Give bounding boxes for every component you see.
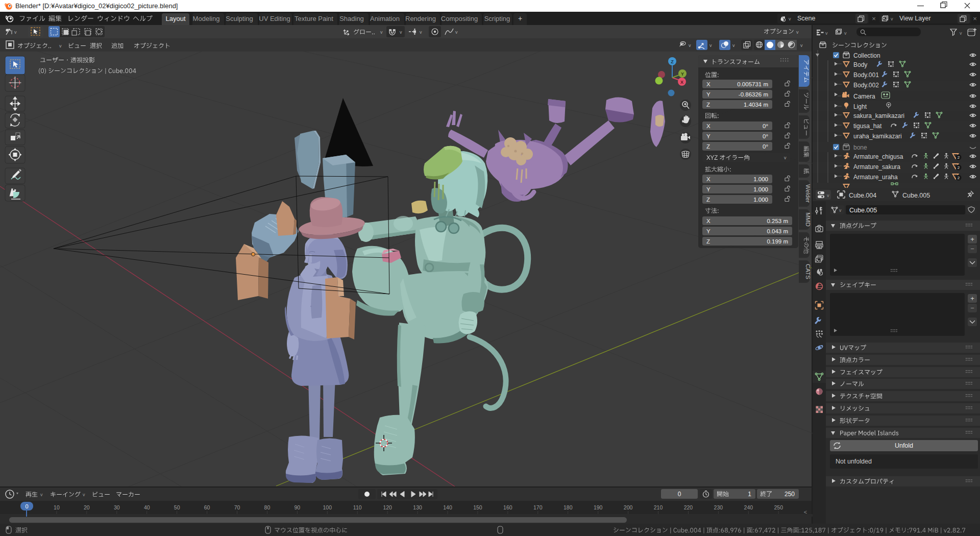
svg-text:v: v [40,492,43,497]
svg-text:Unfold: Unfold [895,442,913,449]
svg-text:Compositing: Compositing [441,15,478,22]
svg-text:Y: Y [706,186,710,192]
svg-text:Cube.005: Cube.005 [849,207,877,214]
svg-text:v: v [709,43,712,48]
svg-text:220: 220 [684,504,693,510]
svg-text:Rendering: Rendering [405,15,436,22]
svg-text:View Layer: View Layer [899,15,931,22]
svg-text:130: 130 [413,504,422,510]
svg-text:190: 190 [594,504,603,510]
svg-text:240: 240 [744,504,753,510]
svg-text:tigusa_hat: tigusa_hat [853,123,882,130]
svg-text:70: 70 [234,504,240,510]
svg-text:v: v [59,43,62,48]
svg-text:Layout: Layout [165,15,185,22]
svg-text:0°: 0° [763,123,768,129]
svg-text:v: v [14,30,17,35]
svg-text:Body: Body [853,61,867,68]
svg-text:MMD: MMD [805,212,811,226]
svg-text:Blender* [D:¥Avatar¥digico_02¥: Blender* [D:¥Avatar¥digico_02¥digico02_p… [15,2,178,10]
svg-text:210: 210 [654,504,663,510]
svg-text:Y: Y [681,71,684,77]
svg-text:v: v [960,31,962,36]
svg-text:v: v [455,30,458,35]
svg-text:Z: Z [671,59,674,64]
svg-text:Animation: Animation [370,15,400,22]
svg-text:30: 30 [114,504,120,510]
svg-text:230: 230 [714,504,723,510]
svg-text:0°: 0° [763,133,768,139]
svg-text:v: v [420,30,422,35]
svg-text:v: v [400,30,402,35]
svg-text:X: X [706,176,710,182]
svg-text:1.4034 m: 1.4034 m [744,102,768,108]
svg-text:50: 50 [174,504,180,510]
svg-text:60: 60 [204,504,210,510]
svg-text:v: v [380,30,383,35]
svg-text:v: v [784,155,787,160]
svg-text:200: 200 [624,504,633,510]
svg-text:2: 2 [958,165,960,170]
svg-text:CATS: CATS [805,264,811,279]
svg-text:X: X [706,218,710,224]
svg-text:1.000: 1.000 [753,197,768,203]
svg-text:1.000: 1.000 [753,176,768,182]
svg-text:v: v [732,43,735,48]
svg-text:v: v [825,31,828,36]
svg-text:Armature_sakura: Armature_sakura [853,163,900,170]
svg-text:Body.001: Body.001 [853,71,879,79]
svg-text:Z: Z [706,238,710,245]
svg-text:0.005731 m: 0.005731 m [737,81,768,87]
svg-text:Sculpting: Sculpting [226,15,253,22]
svg-text:Texture Paint: Texture Paint [295,15,333,22]
svg-text:Armature_chigusa: Armature_chigusa [853,153,903,160]
svg-text:sakura_kamikazari: sakura_kamikazari [853,112,904,119]
svg-text:v: v [827,193,829,198]
svg-text:160: 160 [503,504,512,510]
svg-text:10: 10 [54,504,60,510]
svg-text:250: 250 [785,491,795,498]
svg-text:Y: Y [706,133,710,139]
svg-text:uraha_kamikazari: uraha_kamikazari [853,133,902,140]
svg-text:bone: bone [853,144,867,151]
svg-text:−: − [970,304,974,312]
svg-text:Body.002: Body.002 [853,82,879,89]
svg-text:2: 2 [958,176,960,180]
svg-text:Cube.005: Cube.005 [902,192,930,199]
svg-text:Z: Z [706,143,710,150]
svg-text:80: 80 [264,504,271,510]
svg-text:Z: Z [706,102,710,108]
svg-text:0°: 0° [763,143,768,150]
svg-text:v: v [800,43,803,48]
svg-text:X: X [706,81,710,87]
svg-text:+: + [970,295,974,302]
svg-text:+: + [518,14,522,22]
svg-text:0.253 m: 0.253 m [767,218,788,224]
svg-text:×: × [973,15,977,22]
svg-text:40: 40 [144,504,150,510]
svg-text:Light: Light [853,103,867,110]
svg-text:Camera: Camera [853,93,875,100]
svg-text:v: v [844,31,847,36]
svg-text:Welder: Welder [805,184,811,203]
svg-text:Y: Y [706,91,710,98]
svg-text:Scene: Scene [797,15,815,22]
svg-text:<: < [804,509,807,515]
svg-text:150: 150 [473,504,482,510]
svg-text:X: X [706,123,710,129]
svg-text:120: 120 [383,504,392,510]
svg-text:140: 140 [443,504,452,510]
svg-text:×: × [872,15,876,22]
svg-text:0: 0 [678,491,681,498]
svg-text:Shading: Shading [339,15,364,22]
svg-text:Not unfolded: Not unfolded [836,458,872,465]
svg-text:110: 110 [353,504,362,510]
svg-text:Collection: Collection [853,52,880,59]
svg-text:v: v [789,16,791,21]
svg-text:v: v [689,43,691,48]
svg-text:+: + [970,235,974,243]
svg-text:180: 180 [564,504,573,510]
svg-text:0: 0 [25,503,28,509]
svg-text:250: 250 [774,504,783,510]
svg-text:Cube.004: Cube.004 [849,192,876,199]
